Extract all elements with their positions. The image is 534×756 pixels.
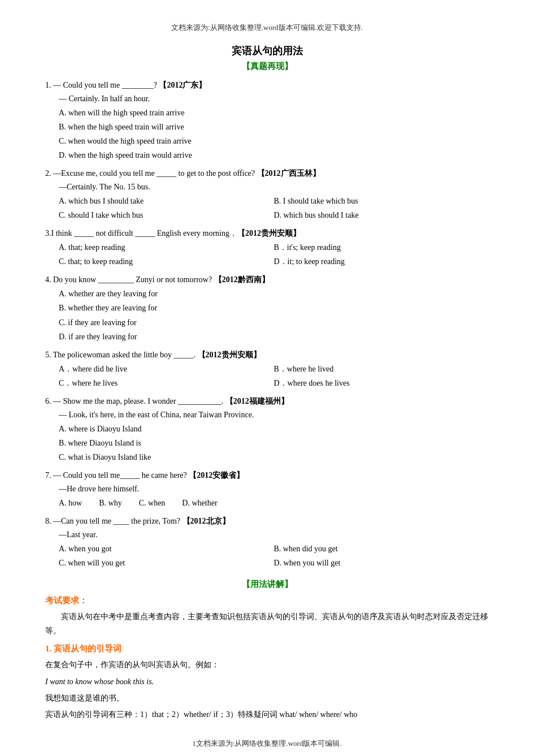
q1-answer: — Certainly. In half an hour. bbox=[59, 92, 489, 106]
question-6: 6. — Show me the map, please. I wonder _… bbox=[45, 395, 489, 464]
subsection-1-line4: 宾语从句的引导词有三种：1）that；2）whether/ if；3）特殊疑问词… bbox=[45, 707, 489, 722]
q2-optB: B. I should take which bus bbox=[274, 194, 489, 208]
q8-answer: —Last year. bbox=[59, 528, 489, 542]
q6-optC: C. what is Diaoyu Island like bbox=[59, 450, 489, 464]
q8-optB: B. when did you get bbox=[274, 542, 489, 556]
q1-optA: A. when will the high speed train arrive bbox=[59, 106, 489, 120]
q6-optA: A. where is Diaoyu Island bbox=[59, 422, 489, 436]
top-note: 文档来源为:从网络收集整理.word版本可编辑.欢迎下载支持. bbox=[45, 23, 489, 33]
subsection-1-line1: 在复合句子中，作宾语的从句叫宾语从句。例如： bbox=[45, 658, 489, 672]
main-title: 宾语从句的用法 bbox=[45, 44, 489, 58]
q3-optD: D．it; to keep reading bbox=[274, 254, 489, 269]
q8-text: 8. —Can you tell me ____ the prize, Tom?… bbox=[45, 517, 230, 525]
q1-optD: D. when the high speed train would arriv… bbox=[59, 148, 489, 162]
q1-optC: C. when would the high speed train arriv… bbox=[59, 134, 489, 148]
q2-optD: D. which bus should I take bbox=[274, 208, 489, 222]
q7-optB: B. why bbox=[99, 496, 121, 510]
exam-req-title: 考试要求： bbox=[45, 595, 489, 606]
q1-optB: B. when the high speed train will arrive bbox=[59, 120, 489, 134]
q4-optB: B. whether they are leaving for bbox=[59, 301, 489, 315]
q8-optA: A. when you got bbox=[59, 542, 274, 556]
subsection-1-title: 1. 宾语从句的引导词 bbox=[45, 643, 489, 654]
q5-optD: D．where does he lives bbox=[274, 376, 489, 390]
q2-optA: A. which bus I should take bbox=[59, 194, 274, 208]
q5-optA: A．where did he live bbox=[59, 362, 274, 376]
page: 文档来源为:从网络收集整理.word版本可编辑.欢迎下载支持. 宾语从句的用法 … bbox=[0, 0, 534, 756]
q2-options: A. which bus I should take B. I should t… bbox=[59, 194, 489, 222]
q3-options: A. that; keep reading B．it's; keep readi… bbox=[59, 240, 489, 269]
q6-text: 6. — Show me the map, please. I wonder _… bbox=[45, 397, 289, 405]
question-2: 2. —Excuse me, could you tell me _____ t… bbox=[45, 167, 489, 222]
q5-options: A．where did he live B．where he lived C．w… bbox=[59, 362, 489, 390]
q6-optB: B. where Diaoyu Island is bbox=[59, 436, 489, 450]
q3-optA: A. that; keep reading bbox=[59, 240, 274, 254]
bottom-note: 1文档来源为:从网络收集整理.word版本可编辑. bbox=[45, 738, 489, 749]
q7-optC: C. when bbox=[139, 496, 166, 510]
q7-options: A. how B. why C. when D. whether bbox=[59, 496, 489, 510]
q1-text: 1. — Could you tell me ________? — Could… bbox=[45, 81, 206, 89]
q7-optD: D. whether bbox=[182, 496, 217, 510]
q5-optC: C．where he lives bbox=[59, 376, 274, 390]
q2-optC: C. should I take which bus bbox=[59, 208, 274, 222]
question-1: 1. — Could you tell me ________? — Could… bbox=[45, 79, 489, 162]
q7-text: 7. — Could you tell me_____ he came here… bbox=[45, 471, 244, 479]
q7-optA: A. how bbox=[59, 496, 82, 510]
q6-options: A. where is Diaoyu Island B. where Diaoy… bbox=[59, 422, 489, 465]
subsection-1-line3: 我想知道这是谁的书。 bbox=[45, 691, 489, 705]
q4-optC: C. if they are leaving for bbox=[59, 316, 489, 330]
q4-optD: D. if are they leaving for bbox=[59, 330, 489, 344]
real-exam-title: 【真题再现】 bbox=[45, 61, 489, 72]
exam-req-body: 宾语从句在中考中是重点考查内容，主要考查知识包括宾语从句的引导词、宾语从句的语序… bbox=[45, 610, 489, 638]
q8-optD: D. when you will get bbox=[274, 556, 489, 570]
q2-answer: —Certainly. The No. 15 bus. bbox=[59, 180, 489, 194]
q3-text: 3.I think _____ not difficult _____ Engl… bbox=[45, 229, 301, 237]
q1-options: A. when will the high speed train arrive… bbox=[59, 106, 489, 163]
question-5: 5. The policewoman asked the little boy … bbox=[45, 348, 489, 390]
question-8: 8. —Can you tell me ____ the prize, Tom?… bbox=[45, 515, 489, 570]
question-3: 3.I think _____ not difficult _____ Engl… bbox=[45, 227, 489, 269]
q8-optC: C. when will you get bbox=[59, 556, 274, 570]
q4-optA: A. whether are they leaving for bbox=[59, 287, 489, 301]
q4-text: 4. Do you know _________ Zunyi or not to… bbox=[45, 275, 270, 284]
q3-optC: C. that; to keep reading bbox=[59, 254, 274, 269]
subsection-1-line2: I want to know whose book this is. bbox=[45, 675, 489, 689]
usage-title: 【用法讲解】 bbox=[45, 579, 489, 590]
q4-options: A. whether are they leaving for B. wheth… bbox=[59, 287, 489, 344]
q5-text: 5. The policewoman asked the little boy … bbox=[45, 351, 261, 359]
q6-answer: — Look, it's here, in the east of China,… bbox=[59, 408, 489, 422]
q7-answer: —He drove here himself. bbox=[59, 482, 489, 496]
q3-optB: B．it's; keep reading bbox=[274, 240, 489, 254]
q2-text: 2. —Excuse me, could you tell me _____ t… bbox=[45, 169, 320, 178]
question-7: 7. — Could you tell me_____ he came here… bbox=[45, 469, 489, 510]
question-4: 4. Do you know _________ Zunyi or not to… bbox=[45, 273, 489, 344]
q5-optB: B．where he lived bbox=[274, 362, 489, 376]
q8-options: A. when you got B. when did you get C. w… bbox=[59, 542, 489, 570]
